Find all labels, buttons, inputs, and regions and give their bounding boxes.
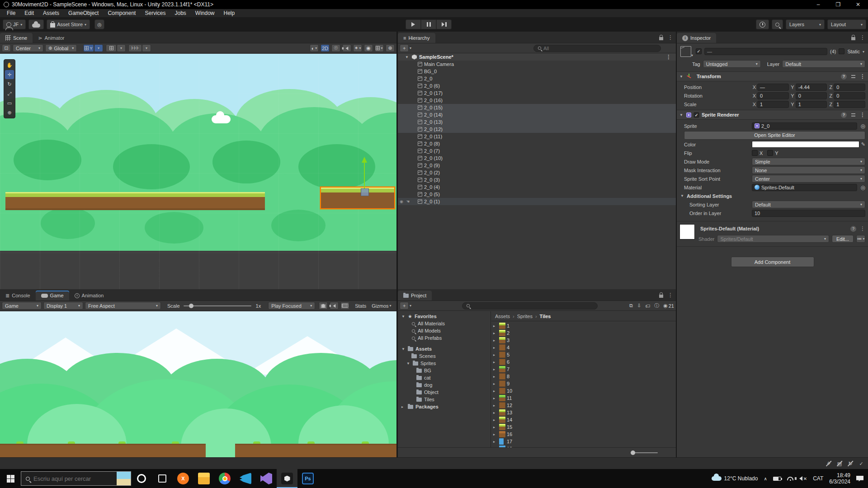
object-picker-icon[interactable]: ◎ — [861, 123, 865, 129]
z-input[interactable]: 0 — [834, 92, 865, 99]
lock-icon[interactable] — [659, 295, 663, 298]
favorite-item[interactable]: All Prefabs — [398, 334, 491, 342]
breadcrumb-assets[interactable]: Assets — [495, 314, 510, 319]
sprite-renderer-header[interactable]: ▼ ✓ Sprite Renderer ? ⋮ — [677, 110, 868, 120]
expand-icon[interactable]: ▸ — [493, 324, 498, 328]
tile-asset-row[interactable]: ▸ 3 — [491, 337, 676, 344]
tab-animation[interactable]: Animation — [69, 291, 109, 300]
tag-dropdown[interactable]: Untagged — [703, 60, 761, 68]
tab-game[interactable]: Game — [36, 291, 69, 300]
sprite-object-field[interactable]: 2_0 — [752, 122, 857, 130]
hierarchy-item[interactable]: 2_0 (16) — [398, 97, 676, 104]
tile-asset-row[interactable]: ▸ 4 — [491, 344, 676, 351]
selected-platform[interactable] — [320, 187, 395, 209]
create-object-button[interactable]: ＋ — [400, 44, 409, 52]
foldout-icon[interactable]: ▼ — [406, 361, 410, 366]
y-input[interactable]: -4.44 — [796, 84, 827, 91]
scene-effects-dropdown[interactable]: ✶▾ — [353, 44, 362, 52]
import-icon[interactable]: ⇩ — [637, 303, 641, 309]
foldout-icon[interactable]: ▼ — [680, 194, 685, 198]
taskbar-app-photoshop[interactable]: Ps — [297, 469, 318, 488]
aspect-dropdown[interactable]: Free Aspect — [85, 302, 161, 310]
thumbnail-size-knob[interactable] — [631, 450, 635, 455]
hidden-count-badge[interactable]: ◉ 21 — [663, 303, 674, 309]
menu-item[interactable]: Jobs — [170, 9, 190, 17]
tile-asset-row[interactable]: ▸ 5 — [491, 351, 676, 358]
foldout-icon[interactable]: ▼ — [401, 347, 406, 351]
add-component-button[interactable]: Add Component — [731, 257, 814, 267]
weather-widget[interactable]: 12°C Nublado — [712, 475, 758, 482]
hierarchy-item[interactable]: 2_0 (8) — [398, 140, 676, 147]
presets-icon[interactable] — [850, 74, 856, 79]
menu-item[interactable]: File — [3, 9, 19, 17]
mute-audio-button[interactable] — [330, 302, 339, 310]
tab-hierarchy[interactable]: ≡ Hierarchy — [398, 33, 435, 43]
expand-icon[interactable]: ▸ — [493, 353, 498, 357]
hierarchy-item[interactable]: 2_0 (1) — [398, 198, 676, 205]
step-button[interactable] — [436, 19, 452, 29]
x-input[interactable]: 0 — [757, 92, 789, 99]
panel-menu-icon[interactable]: ⋮ — [668, 34, 673, 41]
tile-asset-row[interactable]: ▸ 8 — [491, 373, 676, 380]
play-focused-dropdown[interactable]: Play Focused — [268, 302, 315, 310]
tile-asset-row[interactable]: ▸ 15 — [491, 423, 676, 431]
expand-icon[interactable]: ▸ — [493, 440, 498, 444]
menu-item[interactable]: Services — [141, 9, 170, 17]
scale-slider[interactable] — [184, 305, 251, 306]
play-button[interactable] — [406, 19, 421, 29]
sprite-folder-row[interactable]: cat — [398, 374, 491, 381]
expand-icon[interactable]: ▸ — [493, 418, 498, 422]
settings-button[interactable]: ◎ — [94, 19, 104, 29]
tool-handle-rotation-dropdown[interactable]: ⊕ Global — [45, 44, 77, 52]
tray-expand-icon[interactable]: ∧ — [764, 476, 767, 481]
panel-menu-icon[interactable]: ⋮ — [860, 34, 865, 41]
tile-asset-row[interactable]: ▸ 12 — [491, 402, 676, 409]
menu-item[interactable]: Help — [220, 9, 239, 17]
vsync-button[interactable] — [340, 302, 349, 310]
taskbar-search-input[interactable] — [33, 475, 113, 482]
tool-settings-button[interactable]: ⊡ — [2, 44, 11, 52]
tab-scene[interactable]: Scene — [0, 33, 33, 43]
minimize-button[interactable]: – — [808, 0, 828, 9]
flip-x-checkbox[interactable] — [752, 150, 758, 156]
undo-history-button[interactable] — [756, 19, 769, 29]
expand-icon[interactable]: ▸ — [493, 389, 498, 393]
sorting-layer-dropdown[interactable]: Default — [752, 201, 865, 208]
menu-item[interactable]: Assets — [39, 9, 63, 17]
taskbar-app-xampp[interactable]: X — [173, 469, 193, 488]
expand-icon[interactable]: ▸ — [493, 404, 498, 408]
taskbar-app-unity[interactable] — [277, 469, 297, 488]
taskbar-app-explorer[interactable] — [193, 469, 214, 488]
account-button[interactable]: JF ▾ — [3, 19, 26, 29]
grid-snap-dropdown[interactable]: ▾ — [94, 44, 103, 52]
notification-center-icon[interactable] — [856, 476, 863, 482]
tile-asset-row[interactable]: ▸ 6 — [491, 358, 676, 366]
sprite-folder-row[interactable]: Object — [398, 389, 491, 396]
assets-row[interactable]: ▼ Assets — [398, 345, 491, 352]
debugger-disabled-icon[interactable]: ⚘ — [825, 460, 833, 468]
taskbar-app-chrome[interactable] — [214, 469, 235, 488]
cloud-button[interactable] — [28, 19, 44, 29]
foldout-icon[interactable]: ▼ — [401, 314, 406, 319]
presets-icon[interactable] — [850, 113, 856, 117]
tile-asset-row[interactable]: ▸ 7 — [491, 366, 676, 373]
expand-icon[interactable]: ▸ — [493, 360, 498, 364]
label-icon[interactable]: 🏷 — [645, 303, 650, 309]
hierarchy-item[interactable]: BG_0 — [398, 68, 676, 75]
edit-shader-button[interactable]: Edit... — [832, 235, 854, 243]
taskbar-app-opera[interactable] — [131, 469, 152, 488]
sprite-folder-row[interactable]: Tiles — [398, 396, 491, 403]
create-object-dropdown[interactable]: ▾ — [410, 46, 411, 50]
debug-button[interactable] — [319, 302, 328, 310]
eyedropper-icon[interactable]: ✎ — [861, 141, 865, 147]
transform-tool[interactable]: ⊕ — [5, 108, 14, 117]
camera-view-dropdown[interactable]: ◐▾ — [310, 44, 319, 52]
expand-icon[interactable]: ▸ — [493, 411, 498, 415]
scene-viewport[interactable]: ✋ ✛ ↻ ⤢ ▭ ⊕ — [0, 54, 396, 290]
game-viewport[interactable] — [0, 311, 396, 457]
hierarchy-item[interactable]: 2_0 (10) — [398, 155, 676, 162]
lock-icon[interactable] — [659, 37, 663, 40]
project-search[interactable] — [462, 302, 598, 310]
wifi-icon[interactable] — [787, 477, 793, 480]
hierarchy-item[interactable]: 2_0 (9) — [398, 162, 676, 169]
